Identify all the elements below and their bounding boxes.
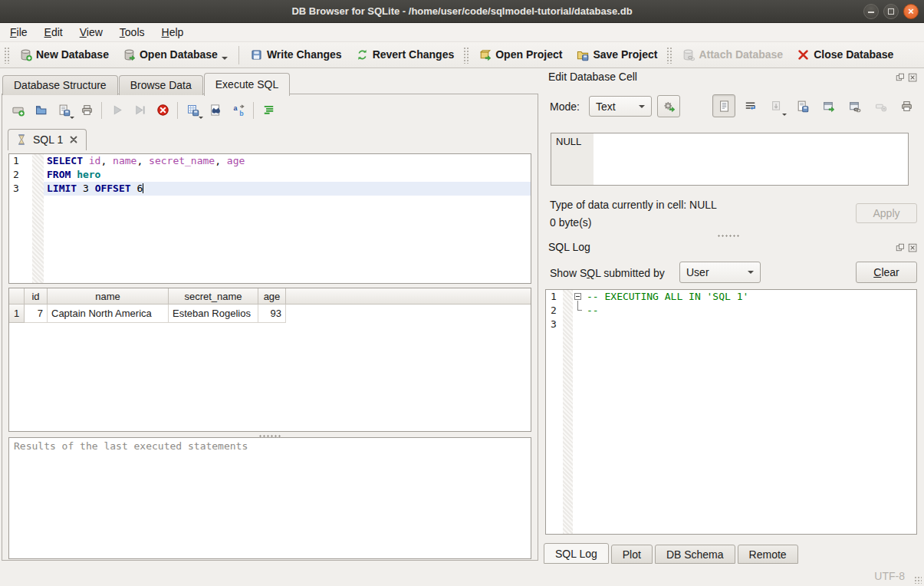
sql-token: , — [215, 155, 227, 166]
text-mode-button[interactable] — [712, 94, 735, 117]
float-panel-icon[interactable] — [896, 243, 906, 253]
tab-browse-data[interactable]: Browse Data — [119, 75, 203, 95]
find-button[interactable] — [204, 100, 227, 120]
splitter-dots-icon — [717, 235, 740, 237]
toolbar-button-label: Write Changes — [267, 48, 342, 61]
close-button[interactable]: × — [903, 4, 919, 19]
auto-switch-mode-button[interactable] — [657, 95, 680, 117]
row-number-cell[interactable]: 1 — [9, 305, 25, 323]
print-cell-button[interactable] — [895, 94, 918, 117]
minimize-button[interactable] — [863, 4, 879, 19]
sql-token: LIMIT — [47, 183, 77, 194]
maximize-button[interactable] — [883, 4, 899, 19]
save-project-button[interactable]: Save Project — [569, 45, 664, 65]
menu-help[interactable]: Help — [153, 25, 192, 40]
cell-age[interactable]: 93 — [258, 305, 286, 323]
sql-toolbar: ab — [6, 100, 280, 120]
resize-grip[interactable] — [914, 576, 922, 584]
cell-secret-name[interactable]: Esteban Rogelios — [169, 305, 258, 323]
editor-code-line[interactable]: SELECT id, name, secret_name, age — [44, 154, 531, 168]
titlebar[interactable]: DB Browser for SQLite - /home/user/code/… — [0, 0, 924, 23]
attach-database-button[interactable]: Attach Database — [675, 45, 790, 65]
stop-execution-button[interactable] — [151, 100, 174, 120]
log-filter-select[interactable]: User — [679, 262, 761, 283]
print-sql-button[interactable] — [75, 100, 98, 120]
fold-marker — [573, 318, 585, 331]
import-data-button[interactable] — [765, 94, 788, 117]
toolbar-drag-handle[interactable] — [463, 47, 469, 64]
editor-line: 3LIMIT 3 OFFSET 6 — [9, 182, 531, 196]
menu-tools[interactable]: Tools — [111, 25, 153, 40]
encoding-indicator[interactable]: UTF-8 — [874, 570, 905, 582]
column-header-age[interactable]: age — [258, 288, 286, 305]
revert-changes-button[interactable]: Revert Changes — [349, 45, 462, 65]
execute-current-line-button[interactable] — [128, 100, 151, 120]
dock-tab-remote[interactable]: Remote — [738, 545, 798, 564]
dock-splitter-handle[interactable] — [717, 234, 740, 237]
open-project-button[interactable]: Open Project — [472, 45, 569, 65]
dock-tab-db-schema[interactable]: DB Schema — [655, 545, 735, 564]
fold-marker[interactable] — [573, 290, 585, 304]
tab-database-structure[interactable]: Database Structure — [2, 75, 118, 95]
sql-editor[interactable]: 1SELECT id, name, secret_name, age2FROM … — [8, 153, 531, 284]
editor-code-line[interactable]: FROM hero — [44, 168, 531, 182]
open-url-button[interactable] — [843, 94, 866, 117]
svg-text:b: b — [239, 110, 244, 117]
save-sql-file-icon — [58, 104, 71, 117]
apply-button[interactable]: Apply — [856, 203, 917, 223]
save-results-button[interactable] — [181, 100, 204, 120]
open-in-external-app-button[interactable] — [817, 94, 840, 117]
export-data-button[interactable] — [791, 94, 814, 117]
fold-collapse-icon[interactable] — [574, 293, 581, 300]
float-panel-icon[interactable] — [896, 73, 906, 83]
menu-edit[interactable]: Edit — [36, 25, 71, 40]
toolbar-drag-handle[interactable] — [666, 47, 672, 64]
column-header-id[interactable]: id — [25, 288, 48, 305]
find-icon — [209, 104, 222, 117]
close-panel-icon[interactable] — [908, 243, 918, 253]
new-database-button[interactable]: New Database — [12, 45, 116, 65]
new-sql-tab-button[interactable] — [6, 100, 29, 120]
mode-select[interactable]: Text — [589, 96, 652, 117]
clear-button-label: Clear — [873, 266, 899, 278]
table-row[interactable]: 17Captain North AmericaEsteban Rogelios9… — [9, 305, 531, 323]
format-sql-button[interactable] — [257, 100, 280, 120]
editor-code-line[interactable]: LIMIT 3 OFFSET 6 — [44, 182, 531, 196]
close-tab-icon[interactable] — [68, 134, 79, 145]
column-header-secret-name[interactable]: secret_name — [169, 288, 258, 305]
cell-name[interactable]: Captain North America — [48, 305, 169, 323]
execute-current-line-icon — [133, 104, 146, 117]
column-header-name[interactable]: name — [48, 288, 169, 305]
chevron-down-icon — [222, 57, 228, 60]
clear-log-button[interactable]: Clear — [856, 262, 917, 283]
sql-file-tab[interactable]: SQL 1 — [8, 129, 87, 150]
save-sql-file-button[interactable] — [52, 100, 75, 120]
cell-value-editor[interactable]: NULL — [551, 133, 909, 186]
word-wrap-button[interactable] — [738, 94, 761, 117]
dock-tab-sql-log[interactable]: SQL Log — [544, 543, 609, 564]
sql-token — [71, 169, 77, 180]
sql-token: FROM — [47, 169, 71, 180]
menu-file[interactable]: File — [2, 25, 36, 40]
print-sql-icon — [81, 104, 94, 117]
sql-log-view[interactable]: 1-- EXECUTING ALL IN 'SQL 1'2--3 — [545, 289, 917, 535]
open-database-button[interactable]: Open Database — [116, 45, 235, 65]
menu-view[interactable]: View — [71, 25, 111, 40]
close-panel-icon[interactable] — [908, 73, 918, 83]
cell-id[interactable]: 7 — [25, 305, 48, 323]
execute-all-button[interactable] — [105, 100, 128, 120]
write-changes-button[interactable]: Write Changes — [243, 45, 349, 65]
line-number: 1 — [9, 154, 32, 168]
tab-execute-sql[interactable]: Execute SQL — [204, 73, 291, 96]
toolbar-drag-handle[interactable] — [4, 47, 10, 64]
dock-tab-plot[interactable]: Plot — [611, 545, 653, 564]
open-sql-file-button[interactable] — [29, 100, 52, 120]
export-data-icon — [796, 100, 809, 113]
find-replace-button[interactable]: ab — [227, 100, 250, 120]
open-project-icon — [478, 48, 492, 61]
table-corner-cell[interactable] — [9, 288, 25, 305]
set-as-null-button[interactable] — [869, 94, 892, 117]
log-line: 1-- EXECUTING ALL IN 'SQL 1' — [546, 290, 916, 304]
results-message-area[interactable]: Results of the last executed statements — [8, 437, 531, 559]
close-database-button[interactable]: Close Database — [790, 45, 900, 65]
